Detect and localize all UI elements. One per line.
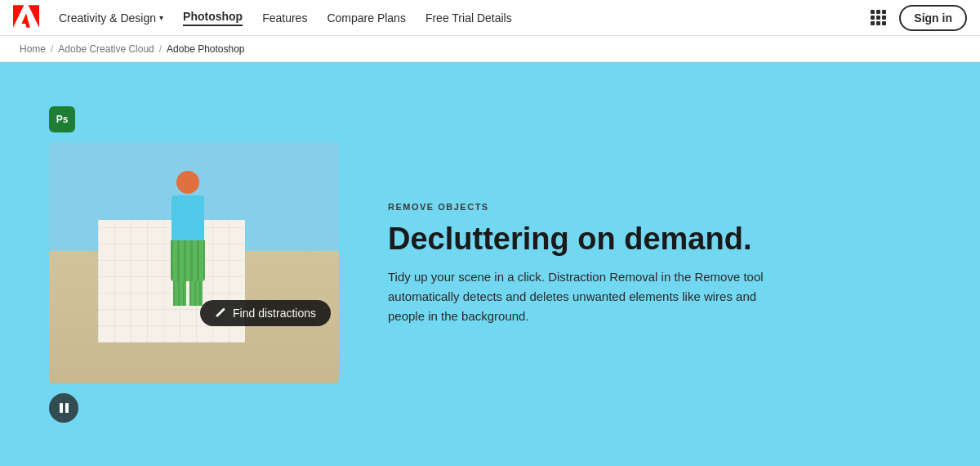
- section-description: Tidy up your scene in a click. Distracti…: [388, 267, 764, 326]
- person-body: [172, 195, 204, 240]
- adobe-logo[interactable]: [13, 5, 39, 31]
- person-leg-right: [189, 281, 203, 306]
- nav-trial[interactable]: Free Trial Details: [425, 11, 512, 25]
- left-panel: Ps: [49, 106, 339, 423]
- breadcrumb: Home / Adobe Creative Cloud / Adobe Phot…: [0, 36, 980, 62]
- navbar: Creativity & Design ▾ Photoshop Features…: [0, 0, 980, 36]
- main-feature-section: Ps: [0, 62, 980, 466]
- ps-badge-text: Ps: [56, 114, 69, 125]
- pencil-icon: [215, 307, 226, 319]
- nav-photoshop[interactable]: Photoshop: [183, 10, 243, 26]
- photo-background: Find distractions: [49, 142, 339, 383]
- nav-right-actions: Sign in: [871, 5, 967, 31]
- section-title: Decluttering on demand.: [388, 222, 931, 258]
- nav-compare[interactable]: Compare Plans: [327, 11, 406, 25]
- breadcrumb-home[interactable]: Home: [20, 43, 46, 55]
- person-pants: [171, 240, 205, 281]
- ps-badge: Ps: [49, 106, 75, 132]
- chevron-down-icon: ▾: [159, 13, 163, 22]
- sign-in-button[interactable]: Sign in: [899, 5, 967, 31]
- apps-grid-icon[interactable]: [871, 10, 886, 25]
- person-leg-left: [173, 281, 186, 306]
- right-panel: REMOVE OBJECTS Decluttering on demand. T…: [388, 202, 931, 326]
- person-figure: [155, 171, 220, 302]
- breadcrumb-sep-1: /: [51, 43, 53, 55]
- nav-features[interactable]: Features: [262, 11, 307, 25]
- nav-category[interactable]: Creativity & Design ▾: [59, 11, 163, 25]
- breadcrumb-current: Adobe Photoshop: [167, 43, 244, 55]
- find-distractions-label: Find distractions: [233, 307, 316, 320]
- breadcrumb-creative-cloud[interactable]: Adobe Creative Cloud: [58, 43, 154, 55]
- photo-container: Find distractions: [49, 142, 339, 383]
- breadcrumb-sep-2: /: [159, 43, 162, 55]
- pause-button[interactable]: [49, 393, 78, 423]
- pause-icon: [60, 403, 69, 413]
- section-tag: REMOVE OBJECTS: [388, 202, 931, 212]
- find-distractions-button[interactable]: Find distractions: [200, 300, 331, 326]
- person-head: [176, 171, 199, 194]
